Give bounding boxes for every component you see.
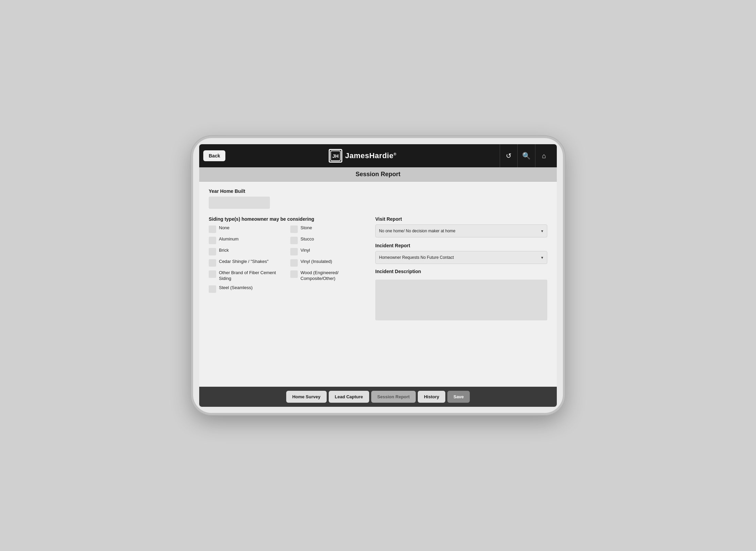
sub-header: Session Report bbox=[199, 167, 557, 182]
header-icons: ↺ 🔍 ⌂ bbox=[500, 144, 553, 167]
visit-report-select[interactable]: No one home/ No decision maker at home M… bbox=[375, 224, 547, 237]
siding-options-grid: None Aluminum Brick bbox=[209, 225, 365, 293]
home-icon: ⌂ bbox=[542, 152, 546, 160]
visit-report-label: Visit Report bbox=[375, 216, 547, 222]
session-report-tab[interactable]: Session Report bbox=[371, 391, 416, 403]
siding-wood-checkbox[interactable] bbox=[290, 270, 298, 278]
svg-text:JH: JH bbox=[332, 153, 339, 159]
siding-stone-label: Stone bbox=[300, 225, 312, 231]
siding-vinyl-insulated-item: Vinyl (Insulated) bbox=[290, 259, 365, 267]
siding-section: Siding type(s) homeowner may be consider… bbox=[209, 216, 365, 322]
siding-brick-label: Brick bbox=[219, 248, 229, 253]
main-content: Year Home Built Siding type(s) homeowner… bbox=[199, 182, 557, 387]
siding-none-label: None bbox=[219, 225, 229, 231]
incident-description-textarea[interactable] bbox=[375, 280, 547, 320]
siding-none-checkbox[interactable] bbox=[209, 226, 216, 233]
year-home-built-section: Year Home Built bbox=[209, 188, 547, 216]
two-column-layout: Siding type(s) homeowner may be consider… bbox=[209, 216, 547, 322]
siding-cedar-checkbox[interactable] bbox=[209, 259, 216, 267]
report-section: Visit Report No one home/ No decision ma… bbox=[375, 216, 547, 322]
incident-description-label: Incident Description bbox=[375, 269, 547, 274]
siding-vinyl-label: Vinyl bbox=[300, 248, 310, 253]
siding-stucco-label: Stucco bbox=[300, 236, 314, 242]
siding-none-item: None bbox=[209, 225, 284, 233]
history-tab[interactable]: History bbox=[418, 391, 445, 403]
bottom-nav: Home Survey Lead Capture Session Report … bbox=[199, 387, 557, 407]
siding-brick-checkbox[interactable] bbox=[209, 248, 216, 255]
logo-text: JamesHardie® bbox=[345, 151, 396, 160]
siding-cedar-label: Cedar Shingle / "Shakes" bbox=[219, 259, 269, 265]
siding-stone-item: Stone bbox=[290, 225, 365, 233]
incident-report-section: Incident Report Homeowner Requests No Fu… bbox=[375, 243, 547, 264]
home-survey-tab[interactable]: Home Survey bbox=[286, 391, 327, 403]
page-title: Session Report bbox=[356, 171, 400, 178]
siding-cedar-item: Cedar Shingle / "Shakes" bbox=[209, 259, 284, 267]
siding-steel-item: Steel (Seamless) bbox=[209, 285, 284, 293]
save-button[interactable]: Save bbox=[447, 391, 470, 403]
lead-capture-tab[interactable]: Lead Capture bbox=[329, 391, 369, 403]
tablet-frame: Back JH JamesHardie® ↺ 🔍 ⌂ bbox=[191, 136, 565, 415]
siding-col2: Stone Stucco Vinyl bbox=[290, 225, 365, 293]
search-icon: 🔍 bbox=[522, 152, 531, 160]
siding-section-label: Siding type(s) homeowner may be consider… bbox=[209, 216, 365, 222]
siding-other-brand-checkbox[interactable] bbox=[209, 270, 216, 278]
year-home-built-label: Year Home Built bbox=[209, 188, 547, 194]
siding-wood-item: Wood (Engineered/ Composite/Other) bbox=[290, 270, 365, 282]
siding-vinyl-insulated-label: Vinyl (Insulated) bbox=[300, 259, 332, 265]
siding-vinyl-item: Vinyl bbox=[290, 248, 365, 255]
siding-wood-label: Wood (Engineered/ Composite/Other) bbox=[300, 270, 365, 282]
app-container: Back JH JamesHardie® ↺ 🔍 ⌂ bbox=[199, 144, 557, 407]
siding-steel-checkbox[interactable] bbox=[209, 285, 216, 293]
logo-area: JH JamesHardie® bbox=[225, 149, 500, 163]
siding-aluminum-item: Aluminum bbox=[209, 236, 284, 244]
siding-aluminum-checkbox[interactable] bbox=[209, 237, 216, 244]
siding-other-brand-item: Other Brand of Fiber Cement Siding bbox=[209, 270, 284, 282]
tablet-side-button bbox=[191, 270, 192, 280]
search-button[interactable]: 🔍 bbox=[517, 144, 535, 167]
visit-report-dropdown-wrapper: No one home/ No decision maker at home M… bbox=[375, 224, 547, 237]
siding-vinyl-insulated-checkbox[interactable] bbox=[290, 259, 298, 267]
visit-report-section: Visit Report No one home/ No decision ma… bbox=[375, 216, 547, 237]
siding-aluminum-label: Aluminum bbox=[219, 236, 239, 242]
siding-stucco-checkbox[interactable] bbox=[290, 237, 298, 244]
siding-brick-item: Brick bbox=[209, 248, 284, 255]
siding-steel-label: Steel (Seamless) bbox=[219, 285, 253, 291]
home-button[interactable]: ⌂ bbox=[535, 144, 553, 167]
siding-vinyl-checkbox[interactable] bbox=[290, 248, 298, 255]
logo-icon: JH bbox=[329, 149, 342, 163]
siding-stucco-item: Stucco bbox=[290, 236, 365, 244]
refresh-icon: ↺ bbox=[506, 152, 512, 160]
incident-report-label: Incident Report bbox=[375, 243, 547, 248]
siding-col1: None Aluminum Brick bbox=[209, 225, 284, 293]
refresh-button[interactable]: ↺ bbox=[500, 144, 517, 167]
incident-report-select[interactable]: Homeowner Requests No Future Contact Non… bbox=[375, 251, 547, 264]
incident-description-section: Incident Description bbox=[375, 269, 547, 322]
siding-other-brand-label: Other Brand of Fiber Cement Siding bbox=[219, 270, 284, 282]
incident-report-dropdown-wrapper: Homeowner Requests No Future Contact Non… bbox=[375, 251, 547, 264]
year-home-built-input[interactable] bbox=[209, 197, 270, 209]
siding-stone-checkbox[interactable] bbox=[290, 226, 298, 233]
back-button[interactable]: Back bbox=[203, 150, 225, 161]
app-header: Back JH JamesHardie® ↺ 🔍 ⌂ bbox=[199, 144, 557, 167]
tablet-home-button[interactable] bbox=[564, 262, 565, 281]
